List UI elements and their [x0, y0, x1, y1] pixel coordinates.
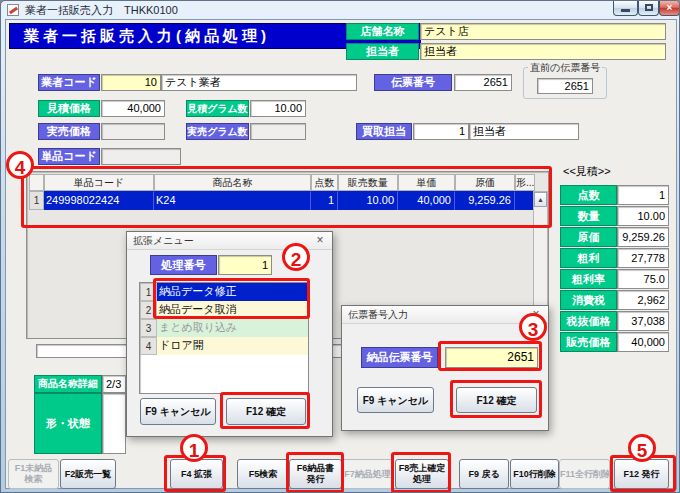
maximize-button[interactable]	[638, 1, 659, 16]
fkey-f5-search[interactable]: F5検索	[237, 459, 289, 489]
slip-confirm-button[interactable]: F12 確定	[456, 387, 537, 413]
estimate-row-label: 販売価格	[560, 332, 617, 352]
estimate-row-label: 点数	[560, 185, 617, 205]
app-icon-mark	[9, 7, 18, 15]
slip-number-label: 伝票番号	[374, 74, 452, 91]
estimate-price-field[interactable]: 40,000	[101, 100, 165, 117]
process-number-label: 処理番号	[150, 255, 217, 275]
estimate-row-label: 消費税	[560, 290, 617, 310]
staff-field[interactable]: 担当者	[420, 43, 666, 60]
annotation-circle-1: 1	[180, 434, 208, 462]
actual-gram-label: 実売グラム数	[186, 123, 249, 140]
window-title: 業者一括販売入力 THKK0100	[25, 1, 178, 19]
extension-dialog-close-icon[interactable]: ×	[313, 234, 327, 248]
slip-number-field[interactable]: 2651	[454, 74, 512, 91]
app-icon	[7, 4, 19, 16]
estimate-row-value: 27,778	[617, 248, 669, 268]
slip-number-dialog: 伝票番号入力 × 納品伝票番号 2651 F9 キャンセル F12 確定	[341, 305, 549, 431]
grid-header-sales-qty: 販売数量	[338, 174, 398, 191]
fkey-f9-back[interactable]: F9 戻る	[459, 459, 509, 489]
cell-unit-price: 40,000	[398, 191, 455, 210]
grid-header-unit-price: 単価	[398, 174, 455, 191]
fkey-f7-delivery-process: F7納品処理	[342, 459, 393, 489]
actual-gram-field[interactable]	[250, 123, 306, 140]
estimate-price-label: 見積価格	[38, 100, 100, 117]
grid-header-item-code: 単品コード	[44, 174, 154, 191]
actual-price-label: 実売価格	[38, 123, 100, 140]
scroll-up-icon[interactable]: ▲	[534, 192, 547, 207]
estimate-row-value: 75.0	[617, 269, 669, 289]
row-number: 1	[29, 191, 44, 210]
vendor-code-label: 業者コード	[38, 74, 100, 91]
fkey-f2-sales-list[interactable]: F2販売一覧	[60, 459, 116, 489]
item-code-label: 単品コード	[38, 148, 100, 165]
shape-state-field[interactable]	[102, 393, 126, 454]
maximize-icon	[645, 4, 653, 11]
annotation-circle-4: 4	[6, 151, 34, 179]
buy-staff-code-field[interactable]: 1	[413, 123, 469, 140]
estimate-row-label: 粗利	[560, 248, 617, 268]
estimate-gram-label: 見積グラム数	[186, 100, 249, 117]
estimate-row-value: 9,259.26	[617, 227, 669, 247]
store-name-field[interactable]: テスト店	[420, 23, 666, 40]
previous-slip-field: 2651	[537, 78, 593, 94]
extension-menu-list: 1 納品データ修正 2 納品データ取消 3 まとめ取り込み 4 ドロア開	[139, 282, 309, 394]
buy-staff-name-field[interactable]: 担当者	[469, 123, 579, 140]
grid-header-row: 単品コード 商品名称 点数 販売数量 単価 原価 形...	[29, 174, 535, 191]
estimate-row-value: 1	[617, 185, 669, 205]
close-button[interactable]: ×	[659, 1, 680, 16]
estimate-panel: 点数 1 数量 10.00 原価 9,259.26 粗利 27,778 粗利率 …	[560, 185, 669, 355]
cell-product-name: K24	[154, 191, 311, 210]
buy-staff-label: 買取担当	[356, 123, 412, 140]
titlebar: 業者一括販売入力 THKK0100 ×	[1, 1, 680, 19]
fkey-f6-delivery-note[interactable]: F6納品書発行	[289, 459, 342, 489]
actual-price-field[interactable]	[101, 123, 165, 140]
estimate-row-value: 2,962	[617, 290, 669, 310]
store-name-label: 店舗名称	[346, 23, 419, 40]
estimate-panel-title: <<見積>>	[563, 164, 611, 179]
grid-header-product-name: 商品名称	[154, 174, 311, 191]
application-window: 業者一括販売入力 THKK0100 × 業者一括販売入力(納品処理) 店舗名称 …	[0, 0, 680, 493]
delivery-slip-number-label: 納品伝票番号	[361, 347, 438, 368]
estimate-row-label: 税抜価格	[560, 311, 617, 331]
table-row[interactable]: 1 249998022424 K24 1 10.00 40,000 9,259.…	[29, 191, 535, 210]
staff-label: 担当者	[346, 43, 419, 60]
delivery-slip-number-field[interactable]: 2651	[445, 347, 538, 368]
item-code-field[interactable]	[101, 148, 181, 165]
cell-item-code: 249998022424	[44, 191, 154, 210]
process-number-field[interactable]: 1	[218, 255, 272, 275]
estimate-row-label: 数量	[560, 206, 617, 226]
vendor-name-field[interactable]: テスト業者	[161, 74, 357, 91]
estimate-row-value: 37,038	[617, 311, 669, 331]
product-detail-label: 商品名称詳細	[34, 375, 102, 393]
minimize-icon	[621, 9, 630, 12]
fkey-f8-sales-confirm[interactable]: F8売上確定処理	[395, 459, 449, 489]
vendor-code-field[interactable]: 10	[101, 74, 161, 91]
previous-slip-caption: 直前の伝票番号	[528, 62, 602, 73]
annotation-circle-5: 5	[628, 434, 656, 462]
annotation-circle-3: 3	[519, 313, 547, 341]
annotation-circle-2: 2	[282, 243, 310, 271]
cell-cost: 9,259.26	[455, 191, 515, 210]
shape-state-label: 形・状態	[34, 393, 102, 454]
cell-shape	[515, 191, 535, 210]
fkey-f10-delete-row[interactable]: F10行削除	[510, 459, 559, 489]
estimate-row-label: 粗利率	[560, 269, 617, 289]
estimate-gram-field[interactable]: 10.00	[250, 100, 306, 117]
estimate-row-label: 原価	[560, 227, 617, 247]
fkey-f12-issue[interactable]: F12 発行	[614, 459, 669, 489]
cell-qty: 1	[311, 191, 338, 210]
minimize-button[interactable]	[613, 1, 638, 16]
slip-cancel-button[interactable]: F9 キャンセル	[357, 387, 434, 413]
grid-header-shape: 形...	[515, 174, 535, 191]
grid-header-cost: 原価	[455, 174, 515, 191]
slip-dialog-title: 伝票番号入力	[342, 306, 548, 324]
grid-header-qty: 点数	[311, 174, 338, 191]
fkey-f4-extend[interactable]: F4 拡張	[170, 459, 223, 489]
extension-confirm-button[interactable]: F12 確定	[226, 398, 306, 425]
cell-sales-qty: 10.00	[338, 191, 398, 210]
extension-cancel-button[interactable]: F9 キャンセル	[140, 398, 216, 425]
fkey-f1-unshipped-search: F1未納品検索	[8, 459, 59, 489]
fkey-f11-delete-all-rows: F11全行削除	[559, 459, 610, 489]
close-icon: ×	[660, 1, 679, 15]
